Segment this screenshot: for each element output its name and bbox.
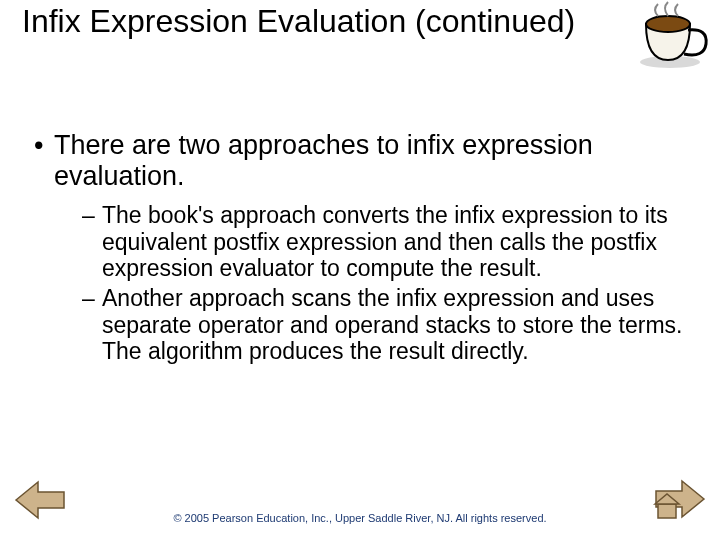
prev-slide-button[interactable] — [14, 478, 66, 526]
slide: Infix Expression Evaluation (continued) … — [0, 0, 720, 540]
svg-marker-2 — [16, 482, 64, 518]
bullet-level2: The book's approach converts the infix e… — [82, 202, 686, 281]
svg-rect-4 — [658, 504, 676, 518]
coffee-cup-icon — [628, 0, 710, 76]
prev-arrow-icon — [14, 478, 66, 522]
content-body: There are two approaches to infix expres… — [34, 130, 686, 369]
next-slide-button[interactable] — [650, 476, 706, 526]
bullet-level2: Another approach scans the infix express… — [82, 285, 686, 364]
home-next-icon — [650, 476, 706, 522]
sub-bullets: The book's approach converts the infix e… — [34, 202, 686, 365]
copyright-text: © 2005 Pearson Education, Inc., Upper Sa… — [0, 512, 720, 526]
bullet-level1: There are two approaches to infix expres… — [34, 130, 686, 192]
svg-point-1 — [646, 16, 690, 32]
slide-title: Infix Expression Evaluation (continued) — [22, 4, 698, 39]
